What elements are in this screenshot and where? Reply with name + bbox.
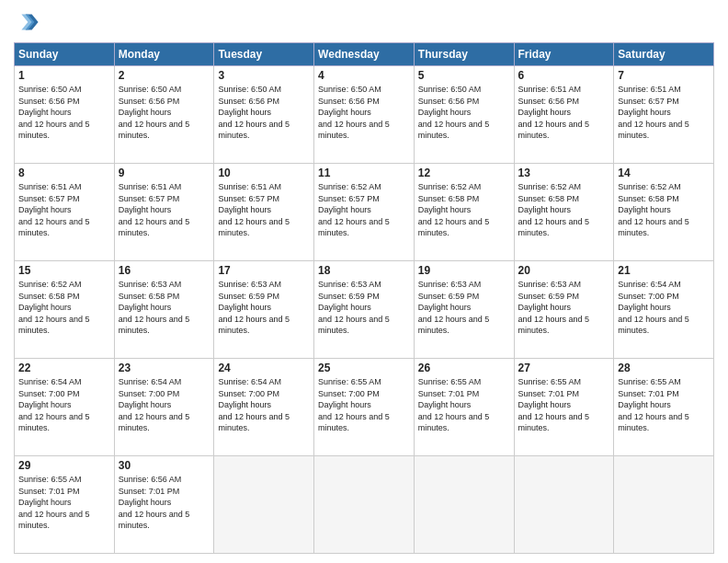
day-info: Sunrise: 6:54 AM Sunset: 7:00 PM Dayligh… <box>18 376 110 434</box>
day-info: Sunrise: 6:52 AM Sunset: 6:57 PM Dayligh… <box>318 181 410 239</box>
calendar-cell <box>614 456 714 554</box>
calendar-cell: 5 Sunrise: 6:50 AM Sunset: 6:56 PM Dayli… <box>414 66 514 164</box>
weekday-header-friday: Friday <box>514 43 614 66</box>
calendar-cell: 20 Sunrise: 6:53 AM Sunset: 6:59 PM Dayl… <box>514 261 614 359</box>
day-info: Sunrise: 6:52 AM Sunset: 6:58 PM Dayligh… <box>418 181 510 239</box>
day-number: 12 <box>418 167 510 179</box>
day-info: Sunrise: 6:55 AM Sunset: 7:01 PM Dayligh… <box>518 376 610 434</box>
calendar-cell: 2 Sunrise: 6:50 AM Sunset: 6:56 PM Dayli… <box>114 66 214 164</box>
day-info: Sunrise: 6:53 AM Sunset: 6:59 PM Dayligh… <box>218 279 310 337</box>
calendar-cell: 25 Sunrise: 6:55 AM Sunset: 7:00 PM Dayl… <box>314 359 415 456</box>
calendar-cell: 18 Sunrise: 6:53 AM Sunset: 6:59 PM Dayl… <box>314 261 415 359</box>
calendar-cell <box>414 456 514 554</box>
calendar-cell: 11 Sunrise: 6:52 AM Sunset: 6:57 PM Dayl… <box>314 164 415 261</box>
weekday-header-thursday: Thursday <box>414 43 514 66</box>
day-number: 27 <box>518 362 610 374</box>
weekday-header-saturday: Saturday <box>614 43 714 66</box>
day-number: 14 <box>618 167 710 179</box>
logo-icon <box>14 9 40 35</box>
calendar-cell: 7 Sunrise: 6:51 AM Sunset: 6:57 PM Dayli… <box>614 66 714 164</box>
calendar-cell <box>514 456 614 554</box>
day-info: Sunrise: 6:51 AM Sunset: 6:57 PM Dayligh… <box>119 181 210 239</box>
calendar-cell: 26 Sunrise: 6:55 AM Sunset: 7:01 PM Dayl… <box>414 359 514 456</box>
day-number: 2 <box>119 69 210 82</box>
day-info: Sunrise: 6:56 AM Sunset: 7:01 PM Dayligh… <box>119 474 210 532</box>
day-number: 6 <box>518 69 610 82</box>
day-info: Sunrise: 6:53 AM Sunset: 6:59 PM Dayligh… <box>318 279 410 337</box>
calendar-cell: 10 Sunrise: 6:51 AM Sunset: 6:57 PM Dayl… <box>214 164 314 261</box>
day-number: 20 <box>518 264 610 277</box>
weekday-header-monday: Monday <box>114 43 214 66</box>
day-number: 8 <box>18 167 110 179</box>
day-number: 15 <box>18 264 110 277</box>
day-number: 18 <box>318 264 410 277</box>
day-info: Sunrise: 6:55 AM Sunset: 7:01 PM Dayligh… <box>618 376 710 434</box>
weekday-header-tuesday: Tuesday <box>214 43 314 66</box>
calendar-cell: 13 Sunrise: 6:52 AM Sunset: 6:58 PM Dayl… <box>514 164 614 261</box>
day-info: Sunrise: 6:51 AM Sunset: 6:57 PM Dayligh… <box>18 181 110 239</box>
day-number: 4 <box>318 69 410 82</box>
day-info: Sunrise: 6:53 AM Sunset: 6:58 PM Dayligh… <box>119 279 210 337</box>
calendar-cell: 28 Sunrise: 6:55 AM Sunset: 7:01 PM Dayl… <box>614 359 714 456</box>
day-info: Sunrise: 6:53 AM Sunset: 6:59 PM Dayligh… <box>518 279 610 337</box>
day-info: Sunrise: 6:53 AM Sunset: 6:59 PM Dayligh… <box>418 279 510 337</box>
day-number: 9 <box>119 167 210 179</box>
day-info: Sunrise: 6:50 AM Sunset: 6:56 PM Dayligh… <box>318 84 410 142</box>
calendar-table: SundayMondayTuesdayWednesdayThursdayFrid… <box>14 42 714 554</box>
day-info: Sunrise: 6:55 AM Sunset: 7:01 PM Dayligh… <box>18 474 110 532</box>
logo <box>14 9 43 35</box>
day-info: Sunrise: 6:52 AM Sunset: 6:58 PM Dayligh… <box>18 279 110 337</box>
calendar-cell: 6 Sunrise: 6:51 AM Sunset: 6:56 PM Dayli… <box>514 66 614 164</box>
calendar-cell: 4 Sunrise: 6:50 AM Sunset: 6:56 PM Dayli… <box>314 66 415 164</box>
day-info: Sunrise: 6:52 AM Sunset: 6:58 PM Dayligh… <box>518 181 610 239</box>
weekday-header-wednesday: Wednesday <box>314 43 415 66</box>
day-number: 19 <box>418 264 510 277</box>
day-number: 3 <box>218 69 310 82</box>
calendar-cell: 16 Sunrise: 6:53 AM Sunset: 6:58 PM Dayl… <box>114 261 214 359</box>
calendar-cell: 24 Sunrise: 6:54 AM Sunset: 7:00 PM Dayl… <box>214 359 314 456</box>
calendar-cell: 27 Sunrise: 6:55 AM Sunset: 7:01 PM Dayl… <box>514 359 614 456</box>
day-number: 26 <box>418 362 510 374</box>
calendar-cell <box>314 456 415 554</box>
calendar-cell: 9 Sunrise: 6:51 AM Sunset: 6:57 PM Dayli… <box>114 164 214 261</box>
day-number: 23 <box>119 362 210 374</box>
calendar-cell: 15 Sunrise: 6:52 AM Sunset: 6:58 PM Dayl… <box>15 261 115 359</box>
day-number: 30 <box>119 459 210 472</box>
day-number: 11 <box>318 167 410 179</box>
day-number: 5 <box>418 69 510 82</box>
calendar-cell: 29 Sunrise: 6:55 AM Sunset: 7:01 PM Dayl… <box>15 456 115 554</box>
calendar-cell: 22 Sunrise: 6:54 AM Sunset: 7:00 PM Dayl… <box>15 359 115 456</box>
day-info: Sunrise: 6:51 AM Sunset: 6:57 PM Dayligh… <box>218 181 310 239</box>
day-number: 7 <box>618 69 710 82</box>
day-info: Sunrise: 6:54 AM Sunset: 7:00 PM Dayligh… <box>119 376 210 434</box>
calendar-cell: 14 Sunrise: 6:52 AM Sunset: 6:58 PM Dayl… <box>614 164 714 261</box>
calendar-cell: 23 Sunrise: 6:54 AM Sunset: 7:00 PM Dayl… <box>114 359 214 456</box>
day-number: 17 <box>218 264 310 277</box>
calendar-cell: 30 Sunrise: 6:56 AM Sunset: 7:01 PM Dayl… <box>114 456 214 554</box>
day-number: 29 <box>18 459 110 472</box>
day-number: 16 <box>119 264 210 277</box>
day-info: Sunrise: 6:55 AM Sunset: 7:00 PM Dayligh… <box>318 376 410 434</box>
day-number: 10 <box>218 167 310 179</box>
calendar-cell: 21 Sunrise: 6:54 AM Sunset: 7:00 PM Dayl… <box>614 261 714 359</box>
day-number: 24 <box>218 362 310 374</box>
day-info: Sunrise: 6:54 AM Sunset: 7:00 PM Dayligh… <box>618 279 710 337</box>
calendar-cell <box>214 456 314 554</box>
day-info: Sunrise: 6:51 AM Sunset: 6:57 PM Dayligh… <box>618 84 710 142</box>
day-info: Sunrise: 6:52 AM Sunset: 6:58 PM Dayligh… <box>618 181 710 239</box>
day-info: Sunrise: 6:50 AM Sunset: 6:56 PM Dayligh… <box>418 84 510 142</box>
day-number: 28 <box>618 362 710 374</box>
day-number: 25 <box>318 362 410 374</box>
day-number: 21 <box>618 264 710 277</box>
calendar-cell: 19 Sunrise: 6:53 AM Sunset: 6:59 PM Dayl… <box>414 261 514 359</box>
day-info: Sunrise: 6:50 AM Sunset: 6:56 PM Dayligh… <box>119 84 210 142</box>
calendar-cell: 1 Sunrise: 6:50 AM Sunset: 6:56 PM Dayli… <box>15 66 115 164</box>
weekday-header-sunday: Sunday <box>15 43 115 66</box>
day-number: 1 <box>18 69 110 82</box>
page: SundayMondayTuesdayWednesdayThursdayFrid… <box>0 0 728 563</box>
day-info: Sunrise: 6:55 AM Sunset: 7:01 PM Dayligh… <box>418 376 510 434</box>
day-info: Sunrise: 6:54 AM Sunset: 7:00 PM Dayligh… <box>218 376 310 434</box>
calendar-cell: 3 Sunrise: 6:50 AM Sunset: 6:56 PM Dayli… <box>214 66 314 164</box>
calendar-cell: 12 Sunrise: 6:52 AM Sunset: 6:58 PM Dayl… <box>414 164 514 261</box>
calendar-cell: 17 Sunrise: 6:53 AM Sunset: 6:59 PM Dayl… <box>214 261 314 359</box>
